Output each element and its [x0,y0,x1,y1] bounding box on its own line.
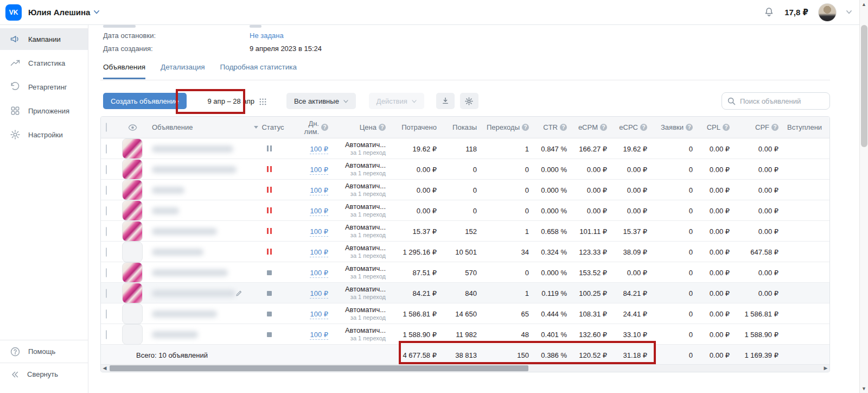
ad-name-cell[interactable] [152,228,246,235]
actions-dropdown[interactable]: Действия [369,93,424,109]
cell-cpl: 0.00 ₽ [698,227,735,236]
ad-name-cell[interactable] [152,269,246,276]
daily-limit-link[interactable]: 100 ₽ [310,310,328,319]
info-icon[interactable] [379,124,386,131]
ad-thumbnail[interactable] [122,200,143,221]
tab-detailed-statistics[interactable]: Подробная статистика [220,63,297,79]
daily-limit-link[interactable]: 100 ₽ [310,289,328,299]
scroll-left-arrow-icon[interactable]: ◀ [101,365,108,372]
info-icon[interactable] [723,124,730,131]
daily-limit-link[interactable]: 100 ₽ [310,331,328,340]
status-icon[interactable] [267,291,272,296]
table-settings-button[interactable] [460,93,478,109]
ad-thumbnail[interactable] [122,283,143,303]
daily-limit-link[interactable]: 100 ₽ [310,207,328,216]
daily-limit-link[interactable]: 100 ₽ [310,145,328,154]
row-checkbox[interactable] [106,227,107,236]
row-checkbox[interactable] [106,289,107,298]
account-switcher[interactable]: Юлия Алешина [28,8,99,17]
horizontal-scrollbar[interactable]: ◀ ▶ [101,364,829,372]
sidebar-item-campaigns[interactable]: Кампании [0,28,88,50]
sidebar-item-statistics[interactable]: Статистика [0,52,88,74]
scroll-up-arrow-icon[interactable]: ▲ [860,0,868,9]
row-checkbox[interactable] [106,268,107,277]
ad-thumbnail[interactable] [122,180,143,200]
ad-name-cell[interactable] [152,290,246,297]
ad-name-cell[interactable] [152,310,246,318]
status-icon[interactable] [267,270,272,275]
balance[interactable]: 17,8 ₽ [784,8,808,17]
status-icon[interactable] [267,166,272,172]
vertical-scroll-thumb[interactable] [861,25,867,147]
stop-date-value[interactable]: Не задана [250,31,284,40]
horizontal-scroll-thumb[interactable] [110,365,528,371]
ad-name-cell[interactable] [152,145,246,153]
ad-thumbnail[interactable] [122,159,143,180]
status-icon[interactable] [267,249,272,255]
sidebar-item-settings[interactable]: Настройки [0,124,88,145]
daily-limit-link[interactable]: 100 ₽ [310,227,328,237]
status-icon[interactable] [267,312,272,316]
sidebar-item-apps[interactable]: Приложения [0,100,88,122]
ad-name-cell[interactable] [152,166,246,173]
create-ad-button[interactable]: Создать объявление [103,93,187,109]
status-icon[interactable] [267,207,272,213]
notifications-bell-icon[interactable] [763,7,775,18]
vertical-scrollbar[interactable]: ▲ ▼ [859,0,868,393]
daily-limit-link[interactable]: 100 ₽ [310,166,328,175]
avatar[interactable] [818,3,837,22]
price-cell: Автоматич... за 1 переход [334,182,391,198]
ad-name-cell[interactable] [152,331,246,338]
scroll-down-arrow-icon[interactable]: ▼ [860,384,868,393]
row-checkbox[interactable] [106,248,107,257]
tab-detailing[interactable]: Детализация [161,63,205,79]
row-checkbox[interactable] [106,309,107,319]
info-icon[interactable] [640,124,647,131]
info-icon[interactable] [522,124,529,131]
ad-name-cell[interactable] [152,207,246,214]
daily-limit-link[interactable]: 100 ₽ [310,248,328,257]
column-header-status[interactable]: Статус [246,123,292,131]
info-icon[interactable] [600,124,607,131]
row-checkbox[interactable] [106,330,107,339]
search-input[interactable] [740,97,821,105]
row-checkbox[interactable] [106,206,107,215]
row-checkbox[interactable] [106,165,107,174]
column-header-shows: Показы [442,123,482,131]
status-filter-dropdown[interactable]: Все активные [286,93,356,109]
ad-thumbnail[interactable] [122,324,143,345]
ad-thumbnail[interactable] [122,303,143,324]
tabs-divider [100,80,830,80]
megaphone-icon [10,34,21,45]
status-icon[interactable] [267,228,272,234]
info-icon[interactable] [771,124,778,131]
ad-thumbnail[interactable] [122,221,143,242]
export-button[interactable] [436,93,455,109]
daily-limit-link[interactable]: 100 ₽ [310,269,328,278]
row-checkbox[interactable] [106,186,107,195]
ad-thumbnail[interactable] [122,242,143,262]
account-menu-chevron-icon[interactable] [846,10,852,14]
ad-thumbnail[interactable] [122,262,143,283]
sidebar-item-retargeting[interactable]: Ретаргетинг [0,76,88,98]
status-icon[interactable] [267,187,272,193]
info-icon[interactable] [321,124,328,131]
status-icon[interactable] [267,332,272,337]
info-icon[interactable] [686,124,693,131]
ad-thumbnail[interactable] [122,138,143,159]
edit-icon[interactable] [235,290,242,297]
help-button[interactable]: Помощь [0,340,88,363]
visibility-eye-icon[interactable] [120,124,152,131]
scroll-right-arrow-icon[interactable]: ▶ [822,365,829,372]
date-range-button[interactable]: 9 апр – 28 апр [201,93,273,109]
info-icon[interactable] [560,124,567,131]
ad-name-cell[interactable] [152,187,246,194]
tab-ads[interactable]: Объявления [103,63,145,79]
select-all-checkbox[interactable] [106,123,107,132]
ad-name-cell[interactable] [152,249,246,256]
collapse-sidebar-button[interactable]: Свернуть [0,363,88,385]
status-icon[interactable] [267,145,272,151]
row-checkbox[interactable] [106,144,107,154]
vk-logo[interactable]: VK [5,4,22,21]
daily-limit-link[interactable]: 100 ₽ [310,186,328,195]
